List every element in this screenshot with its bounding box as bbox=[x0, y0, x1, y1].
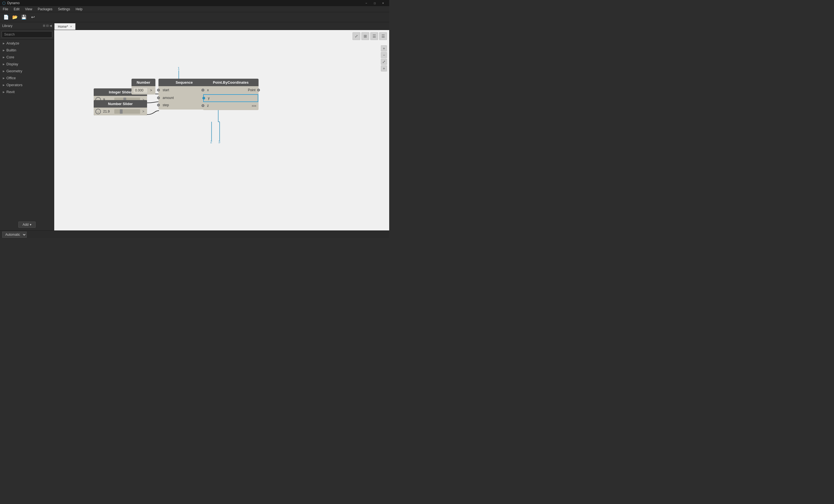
number-slider-arrow-icon[interactable]: > bbox=[141, 110, 146, 113]
menu-file[interactable]: File bbox=[0, 6, 11, 12]
window-controls: − □ × bbox=[363, 0, 387, 6]
sidebar-item-analyze[interactable]: ▶ Analyze bbox=[0, 40, 54, 47]
point-z-port bbox=[201, 104, 204, 107]
sidebar-item-builtin[interactable]: ▶ Builtin bbox=[0, 47, 54, 54]
sidebar-item-office[interactable]: ▶ Office bbox=[0, 74, 54, 82]
menu-edit[interactable]: Edit bbox=[11, 6, 22, 12]
undo-button[interactable]: ↩ bbox=[29, 13, 37, 21]
sequence-amount-label: amount bbox=[160, 95, 177, 101]
sidebar-item-operators[interactable]: ▶ Operators bbox=[0, 82, 54, 88]
align-button[interactable]: ⊞ bbox=[361, 32, 369, 40]
point-bycoordinates-node: Point.ByCoordinates x Point bbox=[203, 79, 259, 110]
sidebar-icon-2[interactable]: ⊟ bbox=[46, 24, 49, 27]
menu-settings[interactable]: Settings bbox=[55, 6, 73, 12]
builtin-arrow-icon: ▶ bbox=[3, 49, 5, 52]
canvas[interactable]: 1 2 3 Integer Slider ⌄ 9 > bbox=[54, 30, 389, 231]
run-mode-dropdown[interactable]: Automatic Manual bbox=[2, 232, 27, 238]
number-slider-header: Number Slider bbox=[94, 100, 147, 108]
sidebar-item-label-builtin: Builtin bbox=[6, 48, 16, 52]
zoom-in-button[interactable]: + bbox=[381, 45, 387, 51]
new-file-button[interactable]: 📄 bbox=[2, 13, 10, 21]
sequence-step-label: step bbox=[160, 102, 172, 108]
fit-zoom-button[interactable]: ⤢ bbox=[381, 59, 387, 65]
sidebar-item-label-revit: Revit bbox=[6, 90, 15, 94]
point-node-body: x Point y bbox=[203, 86, 259, 110]
geometry-arrow-icon: ▶ bbox=[3, 70, 5, 72]
sidebar-item-label-geometry: Geometry bbox=[6, 69, 22, 73]
sidebar-item-label-office: Office bbox=[6, 76, 16, 80]
sidebar-item-display[interactable]: ▶ Display bbox=[0, 61, 54, 68]
toolbar: 📄 📂 💾 ↩ bbox=[0, 12, 389, 22]
library-title: Library bbox=[2, 24, 13, 28]
minimize-button[interactable]: − bbox=[363, 0, 370, 6]
number-node-title: Number bbox=[136, 80, 150, 85]
canvas-zoom-controls: + − ⤢ + bbox=[381, 45, 387, 71]
display-arrow-icon: ▶ bbox=[3, 63, 5, 66]
number-slider-down-button[interactable]: ⌄ bbox=[95, 109, 101, 114]
point-node-header: Point.ByCoordinates bbox=[203, 79, 259, 86]
fit-view-button[interactable]: ⤢ bbox=[352, 32, 360, 40]
grid-layout-button[interactable]: ☰ bbox=[370, 32, 378, 40]
tab-close-icon[interactable]: × bbox=[70, 25, 72, 28]
point-x-port bbox=[201, 89, 204, 91]
number-node-body: > bbox=[131, 86, 155, 94]
more-options-button[interactable]: ☰ bbox=[379, 32, 387, 40]
integer-slider-title: Integer Slider bbox=[109, 90, 132, 94]
number-slider-track[interactable] bbox=[114, 109, 140, 114]
app-icon: ⬡ bbox=[2, 1, 5, 5]
canvas-label-1: 1 bbox=[178, 66, 180, 70]
point-z-label: z bbox=[204, 103, 212, 109]
sidebar: Library ⊞ ⊟ ◀ ▶ Analyze ▶ Builtin ▶ Core… bbox=[0, 22, 54, 231]
menu-help[interactable]: Help bbox=[73, 6, 85, 12]
menu-view[interactable]: View bbox=[22, 6, 35, 12]
number-slider-title: Number Slider bbox=[108, 102, 133, 106]
close-button[interactable]: × bbox=[379, 0, 387, 6]
sequence-node-header: Sequence bbox=[158, 79, 210, 86]
connections-svg bbox=[54, 30, 389, 231]
point-y-label: y bbox=[205, 95, 212, 101]
add-note-button[interactable]: + bbox=[381, 65, 387, 71]
zoom-out-button[interactable]: − bbox=[381, 52, 387, 58]
add-dropdown-arrow-icon: ▾ bbox=[30, 223, 31, 226]
sidebar-item-label-analyze: Analyze bbox=[6, 41, 19, 45]
app-title: Dynamo bbox=[7, 1, 363, 5]
number-slider-node: Number Slider ⌄ 21.9 > bbox=[94, 100, 147, 115]
canvas-label-3: 3 bbox=[218, 140, 220, 144]
number-arrow-icon: > bbox=[149, 87, 154, 93]
sidebar-item-geometry[interactable]: ▶ Geometry bbox=[0, 68, 54, 74]
add-button-label: Add bbox=[23, 223, 28, 226]
office-arrow-icon: ▶ bbox=[3, 77, 5, 80]
number-slider-body: ⌄ 21.9 > bbox=[94, 108, 147, 115]
number-node-header: Number bbox=[131, 79, 155, 86]
point-y-row: y bbox=[203, 94, 258, 102]
add-button[interactable]: Add ▾ bbox=[18, 222, 35, 228]
canvas-toolbar: ⤢ ⊞ ☰ ☰ bbox=[352, 32, 387, 40]
search-input[interactable] bbox=[2, 31, 52, 38]
open-file-button[interactable]: 📂 bbox=[11, 13, 19, 21]
search-area bbox=[0, 29, 54, 40]
operators-arrow-icon: ▶ bbox=[3, 84, 5, 86]
restore-button[interactable]: □ bbox=[371, 0, 379, 6]
tab-home-label: Home* bbox=[58, 25, 68, 29]
point-output-port bbox=[257, 89, 260, 91]
number-node-row: > bbox=[131, 86, 155, 94]
number-slider-thumb[interactable] bbox=[120, 109, 123, 114]
point-x-label: x bbox=[204, 87, 212, 93]
menu-packages[interactable]: Packages bbox=[35, 6, 55, 12]
sequence-node-title: Sequence bbox=[176, 80, 193, 85]
point-z-row: z xxx bbox=[203, 102, 259, 110]
sequence-amount-port bbox=[157, 96, 160, 99]
point-x-row: x Point bbox=[203, 86, 259, 94]
sidebar-item-revit[interactable]: ▶ Revit bbox=[0, 88, 54, 95]
sequence-step-port bbox=[157, 104, 160, 107]
point-output-label: Point bbox=[246, 87, 257, 93]
save-file-button[interactable]: 💾 bbox=[20, 13, 28, 21]
point-y-port bbox=[202, 97, 205, 100]
point-node-title: Point.ByCoordinates bbox=[213, 80, 249, 85]
number-slider-value: 21.9 bbox=[102, 110, 113, 113]
tab-home[interactable]: Home* × bbox=[54, 23, 75, 30]
sidebar-icon-1[interactable]: ⊞ bbox=[43, 24, 45, 27]
sidebar-collapse-icon[interactable]: ◀ bbox=[49, 24, 52, 27]
sidebar-item-core[interactable]: ▶ Core bbox=[0, 54, 54, 61]
number-value-input[interactable] bbox=[133, 88, 148, 93]
